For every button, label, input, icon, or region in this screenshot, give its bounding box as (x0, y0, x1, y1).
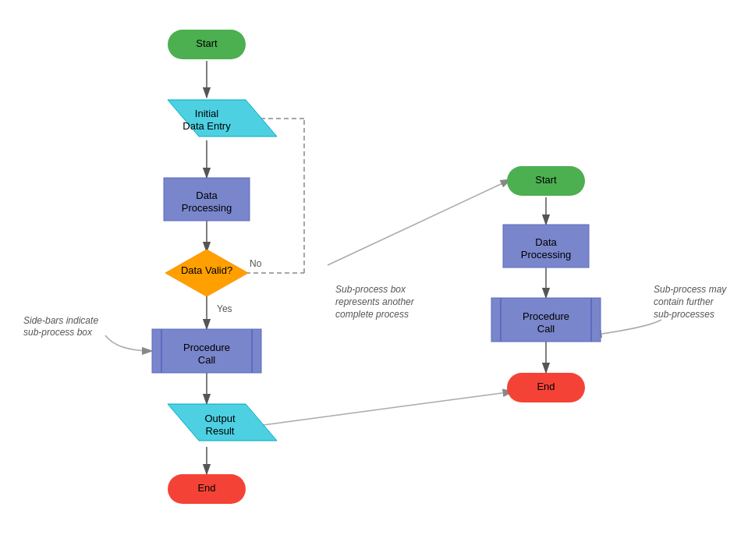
ann3-line3: sub-processes (654, 309, 714, 320)
ann3-line1: Sub-process may (654, 284, 727, 295)
ann1-line2: sub-process box (23, 327, 93, 338)
data-entry-label: Initial (195, 108, 218, 119)
ann2-line2: represents another (335, 296, 415, 307)
data-proc1-label2: Processing (182, 202, 232, 214)
proc-call2-label: Procedure (523, 310, 569, 322)
proc-call1-label: Procedure (183, 342, 230, 353)
no-label: No (250, 258, 262, 269)
ann3-line2: contain further (654, 296, 714, 307)
start2-label: Start (535, 174, 557, 186)
data-proc2-label: Data (535, 236, 557, 248)
data-proc2-label2: Processing (521, 249, 571, 261)
start1-label: Start (196, 37, 218, 49)
arrow-ann3-to-proc2 (591, 320, 661, 335)
end1-label: End (197, 482, 215, 494)
output-label2: Result (206, 425, 235, 437)
data-valid-label: Data Valid? (181, 264, 232, 276)
proc-call2-label2: Call (537, 323, 555, 335)
data-entry-label2: Data Entry (183, 120, 231, 132)
arrow-output-to-end2 (246, 392, 513, 427)
arrow-cross-to-start2 (328, 179, 511, 265)
data-proc1-label: Data (196, 190, 218, 201)
yes-label: Yes (217, 303, 232, 314)
arrow-ann1-to-proc (105, 335, 152, 351)
output-label: Output (204, 413, 235, 424)
end2-label: End (537, 381, 555, 392)
ann2-line3: complete process (335, 309, 409, 320)
flowchart-diagram: Start Initial Data Entry Data Processing… (0, 0, 755, 560)
ann1-line1: Side-bars indicate (23, 315, 98, 326)
ann2-line1: Sub-process box (335, 284, 406, 295)
proc-call1-label2: Call (198, 354, 216, 366)
